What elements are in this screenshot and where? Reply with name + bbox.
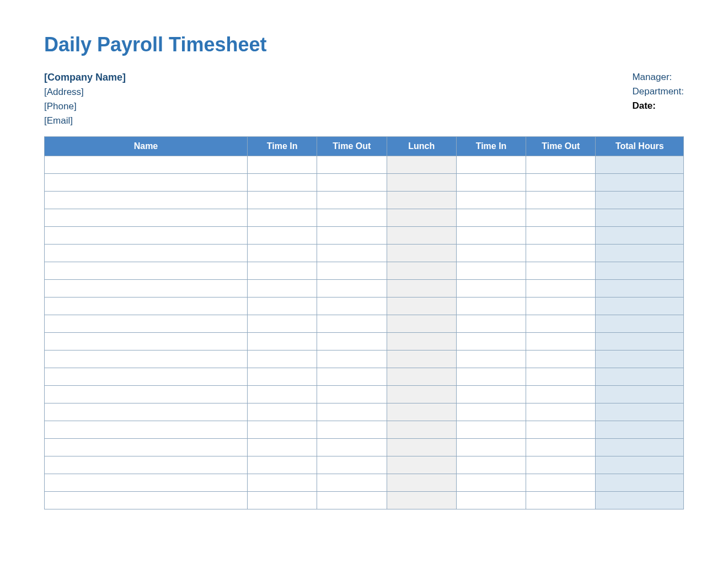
cell-time-in-2[interactable] [456,439,526,456]
cell-total-hours[interactable] [596,492,684,509]
cell-time-in-2[interactable] [456,333,526,350]
cell-total-hours[interactable] [596,262,684,280]
cell-total-hours[interactable] [596,350,684,368]
cell-time-out-2[interactable] [526,298,596,315]
cell-time-out-1[interactable] [317,209,387,227]
cell-total-hours[interactable] [596,439,684,456]
cell-lunch[interactable] [387,456,456,474]
cell-time-out-2[interactable] [526,403,596,421]
cell-name[interactable] [45,386,248,403]
cell-time-out-2[interactable] [526,386,596,403]
cell-time-in-1[interactable] [247,350,317,368]
cell-time-in-1[interactable] [247,280,317,298]
cell-time-out-2[interactable] [526,280,596,298]
cell-time-in-1[interactable] [247,209,317,227]
cell-time-in-2[interactable] [456,403,526,421]
cell-time-out-1[interactable] [317,174,387,192]
cell-lunch[interactable] [387,227,456,245]
cell-name[interactable] [45,192,248,209]
cell-time-out-2[interactable] [526,209,596,227]
cell-time-in-1[interactable] [247,403,317,421]
cell-name[interactable] [45,439,248,456]
cell-time-in-2[interactable] [456,209,526,227]
cell-time-in-1[interactable] [247,474,317,492]
cell-time-in-2[interactable] [456,245,526,262]
cell-time-in-2[interactable] [456,474,526,492]
cell-time-out-2[interactable] [526,156,596,174]
cell-time-in-2[interactable] [456,192,526,209]
cell-name[interactable] [45,227,248,245]
cell-lunch[interactable] [387,403,456,421]
cell-time-out-1[interactable] [317,456,387,474]
cell-time-out-1[interactable] [317,280,387,298]
cell-lunch[interactable] [387,333,456,350]
cell-name[interactable] [45,245,248,262]
cell-time-out-2[interactable] [526,174,596,192]
cell-lunch[interactable] [387,439,456,456]
cell-time-in-2[interactable] [456,315,526,333]
cell-lunch[interactable] [387,474,456,492]
cell-total-hours[interactable] [596,386,684,403]
cell-time-in-1[interactable] [247,492,317,509]
cell-time-out-1[interactable] [317,350,387,368]
cell-time-in-1[interactable] [247,368,317,386]
cell-total-hours[interactable] [596,192,684,209]
cell-lunch[interactable] [387,368,456,386]
cell-time-in-1[interactable] [247,227,317,245]
cell-name[interactable] [45,298,248,315]
cell-total-hours[interactable] [596,456,684,474]
cell-total-hours[interactable] [596,403,684,421]
cell-name[interactable] [45,156,248,174]
cell-time-in-2[interactable] [456,174,526,192]
cell-time-out-2[interactable] [526,227,596,245]
cell-total-hours[interactable] [596,174,684,192]
cell-time-out-1[interactable] [317,439,387,456]
cell-time-out-2[interactable] [526,456,596,474]
cell-time-out-1[interactable] [317,386,387,403]
cell-time-out-2[interactable] [526,368,596,386]
cell-time-in-2[interactable] [456,421,526,439]
cell-name[interactable] [45,403,248,421]
cell-time-in-1[interactable] [247,386,317,403]
cell-time-in-1[interactable] [247,174,317,192]
cell-name[interactable] [45,456,248,474]
cell-time-in-2[interactable] [456,298,526,315]
cell-time-in-2[interactable] [456,456,526,474]
cell-time-in-1[interactable] [247,156,317,174]
cell-time-out-2[interactable] [526,474,596,492]
cell-total-hours[interactable] [596,333,684,350]
cell-lunch[interactable] [387,174,456,192]
cell-time-out-2[interactable] [526,439,596,456]
cell-time-out-1[interactable] [317,156,387,174]
cell-time-out-1[interactable] [317,245,387,262]
cell-lunch[interactable] [387,192,456,209]
cell-lunch[interactable] [387,350,456,368]
cell-time-out-1[interactable] [317,315,387,333]
cell-total-hours[interactable] [596,474,684,492]
cell-time-out-2[interactable] [526,333,596,350]
cell-total-hours[interactable] [596,315,684,333]
cell-name[interactable] [45,174,248,192]
cell-total-hours[interactable] [596,298,684,315]
cell-total-hours[interactable] [596,227,684,245]
cell-time-out-2[interactable] [526,192,596,209]
cell-lunch[interactable] [387,492,456,509]
cell-name[interactable] [45,368,248,386]
cell-total-hours[interactable] [596,368,684,386]
cell-time-out-2[interactable] [526,245,596,262]
cell-total-hours[interactable] [596,156,684,174]
cell-time-in-1[interactable] [247,262,317,280]
cell-time-out-1[interactable] [317,368,387,386]
cell-time-in-2[interactable] [456,368,526,386]
cell-total-hours[interactable] [596,280,684,298]
cell-time-in-2[interactable] [456,492,526,509]
cell-time-in-2[interactable] [456,227,526,245]
cell-time-out-1[interactable] [317,227,387,245]
cell-time-out-1[interactable] [317,421,387,439]
cell-time-in-2[interactable] [456,156,526,174]
cell-lunch[interactable] [387,421,456,439]
cell-lunch[interactable] [387,280,456,298]
cell-name[interactable] [45,492,248,509]
cell-time-out-1[interactable] [317,492,387,509]
cell-time-in-1[interactable] [247,315,317,333]
